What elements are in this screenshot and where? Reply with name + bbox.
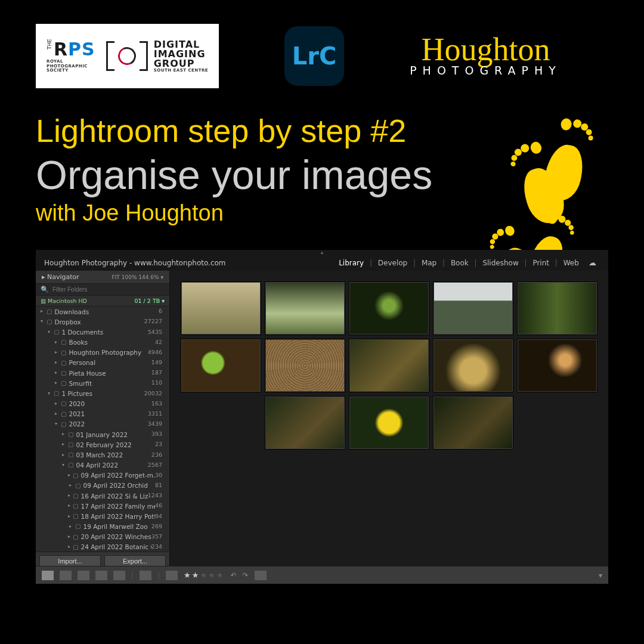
folder-row[interactable]: ▸▢ Personal149 (36, 358, 169, 368)
thumbnail[interactable] (265, 396, 345, 450)
module-library[interactable]: Library (335, 259, 367, 267)
sort-icon[interactable] (166, 571, 178, 580)
thumbnail[interactable] (517, 281, 597, 335)
people-view-icon[interactable] (113, 571, 125, 580)
folder-row[interactable]: ▸▢ 19 April Marwell Zoo269 (36, 522, 169, 532)
rps-the: THE (47, 39, 52, 49)
volume-header[interactable]: ▥ Macintosh HD 01 / 2 TB ▾ (36, 296, 169, 306)
volume-name: Macintosh HD (48, 298, 87, 304)
rotate-cw-icon[interactable]: ↷ (242, 571, 248, 580)
folder-row[interactable]: ▸▢ 03 March 2022236 (36, 450, 169, 460)
thumbnail[interactable] (181, 281, 261, 335)
thumbnail[interactable] (433, 396, 513, 450)
folder-row[interactable]: ▾▢ 1 Documents5435 (36, 327, 169, 337)
houghton-script: Houghton (422, 35, 550, 64)
thumbnail[interactable] (349, 396, 429, 450)
module-map[interactable]: Map (418, 259, 440, 267)
module-picker: Library | Develop | Map | Book | Slidesh… (335, 258, 600, 267)
houghton-logo: Houghton PHOTOGRAPHY (410, 35, 562, 78)
folder-filter-input[interactable] (52, 286, 165, 293)
thumbnail[interactable] (265, 281, 345, 335)
module-slideshow[interactable]: Slideshow (479, 259, 522, 267)
import-button[interactable]: Import... (39, 555, 101, 567)
navigator-zoom[interactable]: FIT 100% 144.6% ▾ (112, 274, 163, 280)
rating-stars[interactable]: ★★★★★ (184, 571, 224, 580)
thumbnail[interactable] (265, 339, 345, 392)
rps-logo: THERPS ROYAL PHOTOGRAPHIC SOCIETY (47, 39, 95, 73)
folder-row[interactable]: ▸▢ Smurfit110 (36, 378, 169, 388)
rps-name: R (54, 39, 68, 60)
toolbar-menu-icon[interactable]: ▾ (599, 571, 602, 580)
panel-grip-top[interactable]: ▴ (36, 250, 608, 255)
module-develop[interactable]: Develop (374, 259, 411, 267)
folders-tree: ▸▢ Downloads6▾▢ Dropbox27227▾▢ 1 Documen… (36, 306, 169, 552)
dig-logo: DIGITAL IMAGING GROUP SOUTH EAST CENTRE (106, 40, 208, 73)
module-web[interactable]: Web (560, 259, 583, 267)
identity-plate: Houghton Photography - www.houghtonphoto… (44, 259, 226, 267)
folder-row[interactable]: ▾▢ Dropbox27227 (36, 317, 169, 327)
folder-row[interactable]: ▸▢ Houghton Photography4946 (36, 348, 169, 358)
loupe-view-icon[interactable] (60, 571, 72, 580)
houghton-sub: PHOTOGRAPHY (410, 64, 562, 77)
slideshow-icon[interactable] (255, 571, 267, 580)
folder-row[interactable]: ▸▢ 16 April 2022 Si & Lizzie…1243 (36, 491, 169, 501)
navigator-label: Navigator (47, 273, 79, 281)
dig-icon (106, 40, 148, 72)
module-book[interactable]: Book (447, 259, 472, 267)
thumbnail[interactable] (349, 281, 429, 335)
rps-line3: SOCIETY (47, 69, 95, 73)
survey-view-icon[interactable] (95, 571, 107, 580)
folder-row[interactable]: ▸▢ 24 April 2022 Botanic G…234 (36, 542, 169, 552)
left-panel: ▸ Navigator FIT 100% 144.6% ▾ 🔍 ▥ Macint… (36, 271, 170, 570)
thumbnail[interactable] (433, 281, 513, 335)
grid-view-icon[interactable] (42, 571, 54, 580)
folder-row[interactable]: ▸▢ 20213311 (36, 409, 169, 419)
cloud-sync-icon[interactable]: ☁ (583, 258, 600, 267)
navigator-header[interactable]: ▸ Navigator FIT 100% 144.6% ▾ (36, 271, 169, 284)
rotate-ccw-icon[interactable]: ↶ (230, 571, 236, 580)
folder-row[interactable]: ▸▢ 17 April 2022 Family me…46 (36, 501, 169, 511)
folder-row[interactable]: ▸▢ Books42 (36, 338, 169, 348)
folder-row[interactable]: ▾▢ 1 Pictures20032 (36, 388, 169, 398)
folder-filter[interactable]: 🔍 (36, 284, 169, 296)
folder-row[interactable]: ▸▢ Pieta House187 (36, 368, 169, 378)
dig-l3: GROUP (154, 59, 208, 69)
folder-row[interactable]: ▸▢ 20 April 2022 Winchester357 (36, 532, 169, 542)
folder-row[interactable]: ▾▢ 20223439 (36, 419, 169, 429)
grid-view (170, 271, 608, 570)
folder-row[interactable]: ▸▢ 2020163 (36, 399, 169, 409)
folder-row[interactable]: ▸▢ 09 April 2022 Orchid81 (36, 481, 169, 491)
thumbnail[interactable] (349, 339, 429, 392)
dig-l4: SOUTH EAST CENTRE (154, 69, 208, 73)
thumbnail[interactable] (181, 339, 261, 392)
folder-row[interactable]: ▸▢ 09 April 2022 Forget-m…30 (36, 470, 169, 481)
lightroom-window: ▴ Houghton Photography - www.houghtonpho… (36, 250, 608, 584)
volume-space: 01 / 2 TB ▾ (134, 298, 165, 304)
folder-row[interactable]: ▸▢ 18 April 2022 Harry Pott…94 (36, 511, 169, 521)
rps-dig-logo: THERPS ROYAL PHOTOGRAPHIC SOCIETY DIGITA… (36, 24, 219, 88)
grid-toolbar: | | ★★★★★ ↶ ↷ ▾ (36, 566, 608, 584)
compare-view-icon[interactable] (78, 571, 89, 580)
lightroom-classic-icon: LrC (284, 26, 344, 86)
thumbnail[interactable] (433, 339, 513, 392)
folder-row[interactable]: ▸▢ 02 February 202223 (36, 439, 169, 450)
search-icon: 🔍 (41, 286, 49, 293)
export-button[interactable]: Export... (104, 555, 166, 567)
folder-row[interactable]: ▸▢ Downloads6 (36, 306, 169, 317)
folder-row[interactable]: ▸▢ 01 January 2022393 (36, 429, 169, 439)
painter-icon[interactable] (140, 571, 151, 580)
folder-row[interactable]: ▾▢ 04 April 20222567 (36, 460, 169, 470)
module-print[interactable]: Print (529, 259, 553, 267)
thumbnail[interactable] (517, 339, 597, 392)
